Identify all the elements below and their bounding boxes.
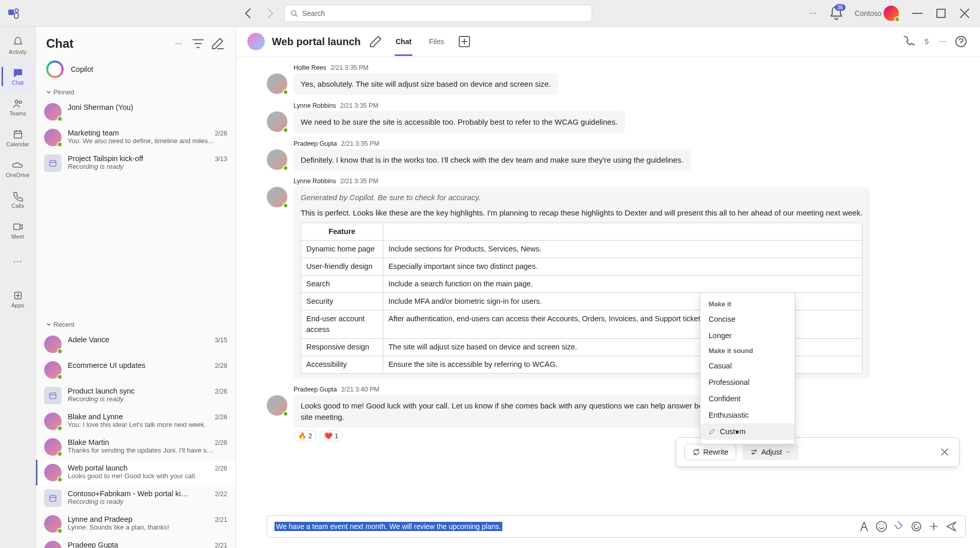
rail-onedrive[interactable]: OneDrive [2,154,34,184]
chat-item-date: 2/26 [215,130,227,137]
tab-chat[interactable]: Chat [395,34,413,49]
message-time: 2/21 3:35 PM [330,64,368,71]
loop-icon[interactable] [910,520,923,533]
chat-item-date: 2/26 [215,414,227,421]
chat-list-item[interactable]: Pradeep Gupta2/21Hi Joni. Can you confir… [36,537,236,548]
adjust-menu-header-tone: Make it sound [700,344,795,358]
call-dropdown-icon[interactable] [901,34,916,49]
compose-copilot-icon[interactable] [892,520,906,533]
adjust-option-professional[interactable]: Professional [700,374,795,390]
svg-point-19 [912,522,920,531]
add-tab-icon[interactable] [457,34,472,49]
rail-apps[interactable]: Apps [2,284,34,314]
adjust-option-custom[interactable]: Custom [700,423,795,440]
more-options-icon[interactable]: ⋯ [805,5,821,22]
chat-item-date: 2/21 [215,516,227,523]
avatar[interactable] [884,6,899,21]
adjust-option-longer[interactable]: Longer [700,327,795,344]
search-icon [290,9,298,17]
forward-button [262,5,279,22]
chat-item-avatar [44,129,62,146]
copilot-icon [46,61,64,78]
adjust-option-casual[interactable]: Casual [700,358,795,374]
chat-list-item[interactable]: Joni Sherman (You) [36,99,236,125]
tab-files[interactable]: Files [428,34,445,49]
rail-chat[interactable]: Chat [2,62,34,91]
chat-item-avatar [44,413,62,430]
message-bubble: We need to be sure the site is accessibl… [293,111,625,133]
app-rail: Activity Chat Teams Calendar OneDrive Ca… [0,27,36,548]
copilot-pane-icon[interactable] [953,34,969,49]
message-time: 2/21 3:35 PM [340,102,378,109]
chat-list-item[interactable]: Ecommerce UI updates2/28 [36,357,236,383]
close-copilot-bar-icon[interactable] [938,446,951,458]
chat-item-title: Adele Vance [68,336,211,344]
chat-list-item[interactable]: Lynne and Pradeep2/21Lynne: Sounds like … [36,511,236,537]
adjust-option-concise[interactable]: Concise [700,311,795,327]
message-avatar [267,395,287,416]
copilot-chat-item[interactable]: Copilot [36,55,236,83]
window-close-icon[interactable] [956,5,973,22]
svg-rect-3 [937,9,945,17]
rail-activity[interactable]: Activity [2,31,34,61]
rail-calls[interactable]: Calls [2,185,34,214]
rail-meet[interactable]: Meet [2,216,34,245]
chat-list-item[interactable]: Marketing team2/26You: We also need to d… [36,125,236,150]
chat-item-date: 2/21 [215,542,227,548]
new-chat-icon[interactable] [210,36,225,51]
chat-list-item[interactable]: Project Tailspin kick-off3/13Recording i… [36,150,236,176]
participants-button[interactable]: 5 [919,34,932,49]
message-avatar [267,111,287,132]
rail-teams[interactable]: Teams [2,92,34,122]
rail-calendar[interactable]: Calendar [2,123,34,153]
message-text: This is perfect. Looks like these are th… [301,207,863,219]
compose-more-icon[interactable] [927,520,940,533]
chat-item-title: Product launch sync [68,387,211,395]
chat-list-more-icon[interactable]: ⋯ [171,36,186,51]
message-author: Lynne Robbins [293,102,336,109]
search-placeholder: Search [302,9,325,17]
chat-list-item[interactable]: Contoso+Fabrikam - Web portal ki…2/22Rec… [36,485,236,511]
svg-point-5 [19,101,22,104]
format-icon[interactable] [857,520,871,533]
back-button[interactable] [239,5,257,22]
chat-item-title: Contoso+Fabrikam - Web portal ki… [68,490,211,498]
chat-more-icon[interactable]: ⋯ [935,34,950,49]
filter-icon[interactable] [190,36,206,51]
chat-list-item[interactable]: Web portal launch2/26Looks good to me! G… [36,460,236,485]
adjust-button[interactable]: Adjust [742,444,799,460]
window-maximize-icon[interactable] [933,5,949,22]
message-input[interactable]: We have a team event next month. We will… [267,515,966,538]
chat-item-title: Blake and Lynne [68,413,211,421]
adjust-option-confident[interactable]: Confident [700,390,795,407]
window-minimize-icon[interactable] [909,5,926,22]
notifications-icon[interactable]: 36 [828,5,845,22]
chat-list-item[interactable]: Product launch sync2/26Recording is read… [36,383,236,408]
rail-more[interactable]: ⋯ [2,246,34,276]
teams-app-icon [7,7,21,20]
rename-icon[interactable] [368,34,383,49]
chat-item-avatar [44,336,62,353]
svg-rect-9 [50,161,56,166]
reaction-pill[interactable]: ❤️ 1 [320,430,343,441]
adjust-menu-header-length: Make it [700,297,795,311]
emoji-icon[interactable] [875,520,888,533]
rewrite-button[interactable]: Rewrite [684,444,736,460]
message-avatar [267,187,287,207]
reaction-pill[interactable]: 🔥 2 [293,430,317,441]
chat-list-item[interactable]: Blake Martin2/26Thanks for sending the u… [36,434,236,460]
message-bubble: Looks good to me! Good luck with your ca… [293,395,755,428]
svg-point-16 [755,450,756,452]
send-icon[interactable] [945,520,958,533]
chat-list-item[interactable]: Blake and Lynne2/26You: I love this idea… [36,408,236,434]
adjust-option-enthusiastic[interactable]: Enthusiastic [700,407,795,423]
chat-item-date: 2/22 [215,491,227,498]
chat-item-avatar [44,387,62,404]
draft-text: We have a team event next month. We will… [275,522,502,531]
search-input[interactable]: Search [284,5,592,22]
section-recent[interactable]: Recent [36,316,236,331]
svg-rect-10 [50,393,56,399]
chat-item-preview: Thanks for sending the updates Joni. I'l… [68,446,227,454]
chat-list-item[interactable]: Adele Vance3/15 [36,331,236,357]
section-pinned[interactable]: Pinned [36,83,236,99]
